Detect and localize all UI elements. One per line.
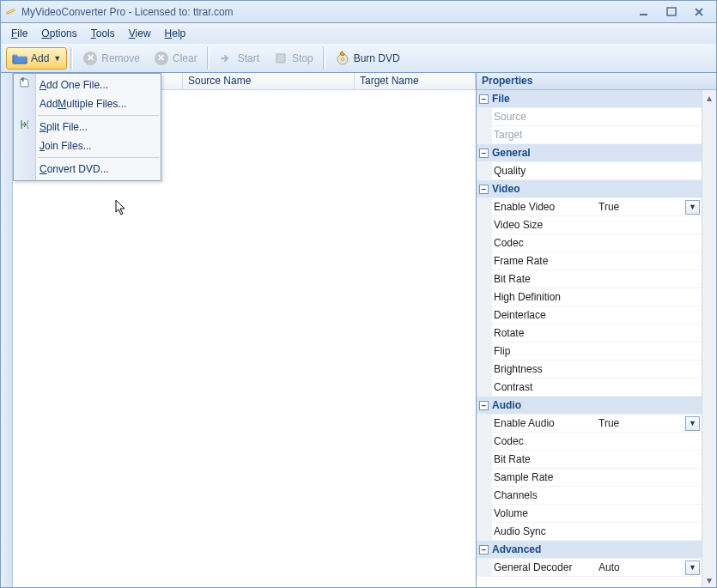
collapse-icon[interactable]: − xyxy=(479,401,489,410)
collapse-icon[interactable]: − xyxy=(479,94,489,104)
row-codec-audio[interactable]: Codec xyxy=(477,433,702,451)
row-contrast[interactable]: Contrast xyxy=(477,379,702,397)
svg-rect-3 xyxy=(667,8,676,15)
properties-title: Properties xyxy=(477,73,716,90)
properties-panel: Properties ▴ ▾ −File Source Target −Gene… xyxy=(476,73,716,587)
row-general-decoder[interactable]: General DecoderAuto▼ xyxy=(477,559,702,577)
category-file[interactable]: −File xyxy=(477,90,702,108)
split-icon xyxy=(15,118,34,130)
row-deinterlace[interactable]: Deinterlace xyxy=(477,306,702,324)
remove-label: Remove xyxy=(101,52,140,64)
add-multiple-files[interactable]: Add Multiple Files... xyxy=(14,94,161,113)
row-bitrate-video[interactable]: Bit Rate xyxy=(477,270,702,288)
row-channels[interactable]: Channels xyxy=(477,487,702,505)
window-title: MyVideoConverter Pro - Licensed to: ttra… xyxy=(21,6,634,18)
convert-dvd[interactable]: Convert DVD... xyxy=(14,160,161,179)
row-sample-rate[interactable]: Sample Rate xyxy=(477,469,702,487)
row-audio-sync[interactable]: Audio Sync xyxy=(477,523,702,541)
category-video[interactable]: −Video xyxy=(477,180,702,198)
collapse-icon[interactable]: − xyxy=(479,149,489,158)
maximize-button[interactable] xyxy=(661,4,682,20)
properties-body: ▴ ▾ −File Source Target −General Quality… xyxy=(477,90,716,587)
svg-point-8 xyxy=(341,58,343,60)
add-button[interactable]: Add ▼ xyxy=(6,47,67,70)
row-volume[interactable]: Volume xyxy=(477,505,702,523)
start-button[interactable]: Start xyxy=(213,47,265,70)
burn-dvd-button[interactable]: Burn DVD xyxy=(329,47,406,70)
clear-label: Clear xyxy=(173,52,197,64)
remove-button[interactable]: ✕ Remove xyxy=(76,47,146,70)
properties-scrollbar[interactable]: ▴ ▾ xyxy=(702,90,716,587)
main-area: Source Name Target Name Add One File... … xyxy=(0,73,717,588)
add-dropdown: Add One File... Add Multiple Files... Sp… xyxy=(13,73,161,181)
file-grid: Source Name Target Name Add One File... … xyxy=(13,73,476,587)
play-icon xyxy=(219,51,234,66)
titlebar: MyVideoConverter Pro - Licensed to: ttra… xyxy=(0,0,717,23)
category-advanced[interactable]: −Advanced xyxy=(477,541,702,559)
start-label: Start xyxy=(238,52,259,64)
toolbar: Add ▼ ✕ Remove ✕ Clear Start Stop Burn D… xyxy=(0,44,717,73)
add-one-file[interactable]: Add One File... xyxy=(14,76,161,94)
menu-options[interactable]: Options xyxy=(36,26,82,41)
row-frame-rate[interactable]: Frame Rate xyxy=(477,252,702,270)
row-codec-video[interactable]: Codec xyxy=(477,234,702,252)
left-gutter xyxy=(1,73,13,587)
row-brightness[interactable]: Brightness xyxy=(477,361,702,379)
row-source[interactable]: Source xyxy=(477,108,702,126)
burn-label: Burn DVD xyxy=(354,52,400,64)
chevron-down-icon: ▼ xyxy=(53,54,61,63)
remove-icon: ✕ xyxy=(82,51,98,66)
stop-icon xyxy=(273,51,289,66)
row-flip[interactable]: Flip xyxy=(477,342,702,361)
category-general[interactable]: −General xyxy=(477,144,702,162)
svg-rect-6 xyxy=(276,54,285,63)
stop-button[interactable]: Stop xyxy=(267,47,319,70)
collapse-icon[interactable]: − xyxy=(479,545,489,555)
clear-icon: ✕ xyxy=(154,51,169,66)
app-icon xyxy=(4,5,18,19)
menu-tools[interactable]: Tools xyxy=(86,26,120,41)
scroll-down-icon[interactable]: ▾ xyxy=(702,573,716,587)
menu-help[interactable]: Help xyxy=(160,26,191,41)
row-enable-video[interactable]: Enable VideoTrue▼ xyxy=(477,198,702,216)
column-source[interactable]: Source Name xyxy=(183,73,355,89)
column-target[interactable]: Target Name xyxy=(355,73,476,89)
add-one-icon xyxy=(15,76,34,88)
dropdown-button[interactable]: ▼ xyxy=(685,416,700,431)
row-target[interactable]: Target xyxy=(477,126,702,144)
row-rotate[interactable]: Rotate xyxy=(477,324,702,342)
row-high-definition[interactable]: High Definition xyxy=(477,288,702,306)
menubar: File Options Tools View Help xyxy=(0,23,717,44)
add-label: Add xyxy=(31,52,49,64)
svg-rect-2 xyxy=(640,14,647,15)
row-quality[interactable]: Quality xyxy=(477,162,702,180)
row-video-size[interactable]: Video Size xyxy=(477,216,702,234)
split-file[interactable]: Split File... xyxy=(14,118,161,136)
join-files[interactable]: Join Files... xyxy=(14,136,161,155)
dropdown-button[interactable]: ▼ xyxy=(685,561,700,575)
row-enable-audio[interactable]: Enable AudioTrue▼ xyxy=(477,415,702,433)
close-button[interactable] xyxy=(689,4,709,20)
clear-button[interactable]: ✕ Clear xyxy=(148,47,204,70)
row-bitrate-audio[interactable]: Bit Rate xyxy=(477,451,702,469)
folder-add-icon xyxy=(12,51,27,66)
collapse-icon[interactable]: − xyxy=(479,185,489,194)
menu-file[interactable]: File xyxy=(6,26,33,41)
burn-dvd-icon xyxy=(335,51,350,66)
window-buttons xyxy=(634,4,713,20)
minimize-button[interactable] xyxy=(634,4,654,20)
stop-label: Stop xyxy=(292,52,313,64)
menu-view[interactable]: View xyxy=(124,26,156,41)
dropdown-button[interactable]: ▼ xyxy=(685,200,700,215)
scroll-up-icon[interactable]: ▴ xyxy=(702,90,716,105)
category-audio[interactable]: −Audio xyxy=(477,397,702,415)
